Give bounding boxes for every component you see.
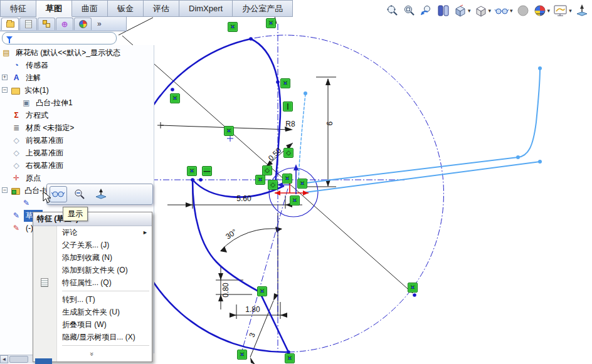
coincident-relation-icon[interactable]: ✕ [187,166,197,176]
expander-icon[interactable]: − [2,187,8,193]
menu-item[interactable]: 特征属性... (Q) [33,276,152,289]
section-view-button[interactable] [436,3,451,18]
sketch-icon: ✎ [21,199,31,208]
tree-item[interactable]: −实体(1) [0,84,154,96]
tab-评估[interactable]: 评估 [144,0,179,17]
shadow-icon [516,4,530,18]
zoom-to-selection-button[interactable] [71,186,88,202]
tab-configurationmanager[interactable] [38,18,55,30]
tree-item-label: 材质 <未指定> [24,122,76,134]
tangent-relation-icon[interactable]: ◇ [283,148,293,158]
extrude-icon: ▣ [21,98,31,108]
coincident-relation-icon[interactable]: ✕ [257,286,267,296]
tree-item[interactable]: ≣材质 <未指定> [0,122,154,134]
coincident-relation-icon[interactable]: ✕ [170,93,180,103]
zoom-selection-icon [73,188,86,200]
menu-item-label: 生成新文件夹 (U) [62,307,120,318]
menu-item[interactable]: 添加到新文件夹 (O) [33,264,152,276]
previous-view-icon [420,4,433,18]
coincident-relation-icon[interactable]: ✕ [255,175,265,185]
tree-filter[interactable] [2,32,117,44]
tree-item[interactable]: ✛原点 [0,172,154,184]
horizontal-relation-icon[interactable]: — [202,166,212,176]
tree-item[interactable]: ▤麻花钻 (默认<<默认>_显示状态 [0,46,154,59]
expander-icon[interactable]: − [2,87,8,93]
tab-钣金[interactable]: 钣金 [108,0,144,17]
tab-displaymanager[interactable] [74,18,92,30]
coincident-relation-icon[interactable]: ✕ [290,195,300,205]
scroll-left-icon[interactable]: ◄ [0,355,8,363]
panel-tabs-overflow[interactable]: » [97,19,102,28]
previous-view-button[interactable] [419,3,434,18]
zoom-fit-button[interactable] [385,3,400,18]
menu-item[interactable]: 转到... (T) [33,293,152,306]
menu-item[interactable]: 隐藏/显示树项目... (X) [33,331,152,343]
material-icon: ≣ [11,123,21,133]
dim-width[interactable]: 5.60 [236,194,251,203]
dim-radius[interactable]: R8 [285,120,295,128]
filter-input[interactable] [15,34,112,43]
tab-DimXpert[interactable]: DimXpert [179,0,233,17]
tab-办公室产品[interactable]: 办公室产品 [233,0,293,17]
tree-item-label: 上视基准面 [24,147,65,159]
coincident-relation-icon[interactable]: ✕ [297,179,307,189]
view-orientation-button[interactable]: ▾ [453,3,472,18]
tree-item[interactable]: ◇前视基准面 [0,134,154,147]
tangent-relation-icon[interactable]: ◇ [268,180,278,190]
menu-item[interactable]: 父子关系... (J) [33,239,152,251]
tree-item[interactable]: ◔传感器 [0,59,154,71]
coincident-relation-icon[interactable]: ✕ [408,283,418,293]
coincident-relation-icon[interactable]: ✕ [280,78,290,88]
tangent-relation-icon[interactable]: ◇ [262,165,272,175]
plane-icon: ◇ [11,136,21,145]
apply-scene-button[interactable]: ▾ [532,3,551,18]
vertical-relation-icon[interactable]: | [283,101,293,112]
menu-separator [62,345,149,346]
caret-icon: ▾ [510,8,513,14]
tree-item[interactable]: ◇上视基准面 [0,147,154,159]
context-menu-items: 评论►父子关系... (J)添加到收藏 (N)添加到新文件夹 (O)特征属性..… [33,226,152,359]
glasses-icon [494,4,509,18]
coincident-relation-icon[interactable]: ✕ [224,126,234,136]
tree-item[interactable]: +A注解 [0,71,154,84]
tab-propertymanager[interactable] [19,18,37,30]
menu-item-label: 折叠项目 (W) [62,320,107,330]
display-style-button[interactable]: ▾ [473,3,492,18]
menu-item[interactable]: 添加到收藏 (N) [33,251,152,264]
coincident-relation-icon[interactable]: ✕ [237,350,247,360]
scrollbar-thumb[interactable] [9,356,28,363]
tree-item[interactable]: ◇右视基准面 [0,159,154,172]
dim-height[interactable]: 9 [325,122,334,126]
menu-expand-chevron[interactable]: » [33,348,152,359]
tab-featuremanager[interactable] [1,18,19,30]
shadows-button[interactable] [515,3,531,18]
coincident-relation-icon[interactable]: ✕ [285,353,295,363]
propertymanager-icon [25,20,32,28]
annotations-icon: A [11,73,21,83]
tree-item[interactable]: Σ方程式 [0,109,154,122]
tab-曲面[interactable]: 曲面 [72,0,108,17]
view-settings-button[interactable]: ▾ [552,3,573,18]
coincident-relation-icon[interactable]: ✕ [282,174,292,184]
scene-icon [533,4,547,18]
tab-特征[interactable]: 特征 [0,0,36,17]
tooltip: 显示 [63,207,88,221]
tab-草图[interactable]: 草图 [36,0,72,17]
normal-to-button[interactable] [92,186,110,202]
hide-show-items-button[interactable]: ▾ [494,3,514,18]
featuremanager-icon [6,21,14,28]
menu-item[interactable]: 折叠项目 (W) [33,318,152,331]
menu-item[interactable]: 评论► [33,226,152,239]
dim-lip[interactable]: 0.80 [221,283,230,298]
tree-item[interactable]: ▣凸台-拉伸1 [0,96,154,109]
reference-axis-button[interactable] [574,3,589,18]
zoom-area-button[interactable] [402,3,417,18]
dim-edge[interactable]: 1.80 [245,305,260,314]
coincident-relation-icon[interactable]: ✕ [228,22,238,32]
menu-item[interactable]: 生成新文件夹 (U) [33,306,152,318]
folder-icon [11,88,20,95]
tab-dimxpertmanager[interactable]: ⊕ [56,18,73,30]
expander-icon[interactable]: + [2,75,8,80]
coincident-relation-icon[interactable]: ✕ [266,18,276,28]
tree-item-label: 方程式 [24,110,50,122]
